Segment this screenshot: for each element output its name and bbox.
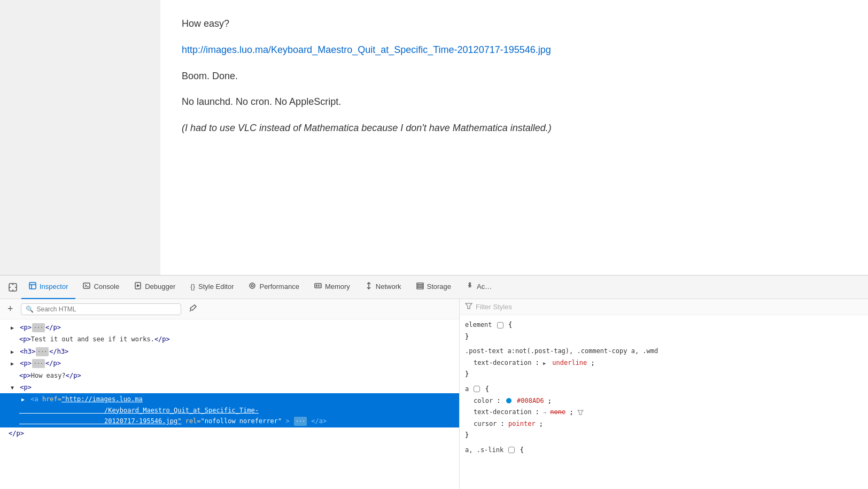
svg-line-26 bbox=[190, 310, 191, 311]
eyedropper-button[interactable] bbox=[185, 302, 200, 317]
tab-console[interactable]: Console bbox=[75, 276, 127, 299]
search-html-container: 🔍 bbox=[21, 303, 181, 315]
color-swatch[interactable] bbox=[506, 398, 511, 403]
tab-accessibility-label: Ac… bbox=[477, 282, 492, 291]
style-editor-icon: {} bbox=[190, 282, 195, 291]
sidebar-left bbox=[0, 0, 160, 275]
gear-icon-a bbox=[474, 386, 480, 392]
paragraph-3: Boom. Done. bbox=[182, 68, 847, 84]
inspector-icon bbox=[29, 282, 36, 291]
devtools-tabs: Inspector Console bbox=[21, 276, 499, 299]
html-tree: ▶ <p>···</p> <p>Test it out and see if i… bbox=[0, 319, 459, 489]
console-icon bbox=[83, 282, 90, 291]
storage-icon bbox=[416, 282, 424, 291]
css-selector: element { bbox=[465, 319, 863, 331]
css-rule-s-link: a, .s-link { bbox=[465, 445, 863, 456]
tab-style-editor-label: Style Editor bbox=[198, 282, 234, 291]
add-element-button[interactable]: + bbox=[4, 301, 17, 317]
paragraph-4: No launchd. No cron. No AppleScript. bbox=[182, 94, 847, 110]
tab-inspector-label: Inspector bbox=[40, 282, 68, 291]
filter-property-icon bbox=[577, 408, 584, 416]
triangle-icon: ▶ bbox=[543, 359, 548, 368]
tree-row[interactable]: </p> bbox=[0, 427, 459, 439]
arrow-right-icon: → bbox=[543, 409, 546, 415]
svg-point-11 bbox=[250, 283, 255, 288]
gear-icon-s-link bbox=[508, 447, 515, 453]
tab-style-editor[interactable]: {} Style Editor bbox=[183, 276, 241, 299]
svg-marker-27 bbox=[466, 303, 472, 309]
filter-styles-container: Filter Styles bbox=[465, 302, 512, 311]
tab-memory[interactable]: Memory bbox=[307, 276, 358, 299]
tab-performance[interactable]: Performance bbox=[241, 276, 306, 299]
html-toolbar: + 🔍 bbox=[0, 299, 459, 319]
css-rule-a: a { color : #008AD6 ; text-decoration bbox=[465, 384, 863, 441]
devtools-toolbar: Inspector Console bbox=[0, 276, 868, 299]
paragraph-2: http://images.luo.ma/Keyboard_Maestro_Qu… bbox=[182, 42, 847, 58]
search-html-input[interactable] bbox=[37, 305, 176, 313]
content-link[interactable]: http://images.luo.ma/Keyboard_Maestro_Qu… bbox=[182, 44, 551, 55]
svg-marker-28 bbox=[578, 410, 583, 415]
accessibility-icon bbox=[466, 282, 474, 291]
svg-rect-15 bbox=[316, 285, 317, 287]
styles-panel: Filter Styles element { } .post-text bbox=[460, 299, 868, 489]
tab-debugger-label: Debugger bbox=[145, 282, 175, 291]
paragraph-5: (I had to use VLC instead of Mathematica… bbox=[182, 120, 847, 136]
expand-triangle[interactable]: ▶ bbox=[9, 359, 16, 368]
svg-rect-21 bbox=[417, 287, 423, 289]
styles-toolbar: Filter Styles bbox=[460, 299, 868, 315]
svg-rect-19 bbox=[417, 283, 423, 285]
css-rule-element: element { } bbox=[465, 319, 863, 342]
tab-storage[interactable]: Storage bbox=[409, 276, 459, 299]
expand-triangle[interactable]: ▼ bbox=[9, 383, 16, 392]
tree-row[interactable]: ▶ <h3>···</h3> bbox=[0, 346, 459, 357]
tab-network[interactable]: Network bbox=[358, 276, 409, 299]
content-area: How easy? http://images.luo.ma/Keyboard_… bbox=[0, 0, 868, 275]
css-rule-post-text: .post-text a:not(.post-tag), .comment-co… bbox=[465, 346, 863, 380]
filter-icon bbox=[465, 302, 472, 311]
tab-debugger[interactable]: Debugger bbox=[127, 276, 183, 299]
tree-row[interactable]: ▼ <p> bbox=[0, 381, 459, 393]
tree-row[interactable]: ▶ <p>···</p> bbox=[0, 322, 459, 333]
network-icon bbox=[365, 282, 373, 291]
devtools-body: + 🔍 ▶ <p>···</p> bbox=[0, 299, 868, 489]
filter-styles-label: Filter Styles bbox=[476, 303, 512, 311]
tab-performance-label: Performance bbox=[259, 282, 299, 291]
svg-point-12 bbox=[251, 285, 253, 287]
svg-rect-17 bbox=[320, 285, 320, 287]
tree-row[interactable]: ▶ <p>···</p> bbox=[0, 357, 459, 369]
tab-memory-label: Memory bbox=[325, 282, 350, 291]
debugger-icon bbox=[134, 282, 142, 291]
tab-accessibility[interactable]: Ac… bbox=[459, 276, 499, 299]
performance-icon bbox=[249, 282, 256, 291]
gear-icon bbox=[497, 322, 503, 328]
svg-rect-16 bbox=[317, 285, 319, 287]
svg-point-22 bbox=[469, 283, 471, 285]
svg-rect-20 bbox=[417, 285, 423, 287]
devtools-pick-element-button[interactable] bbox=[4, 279, 21, 296]
svg-rect-5 bbox=[29, 282, 36, 289]
tree-row[interactable]: <p>How easy?</p> bbox=[0, 370, 459, 381]
tab-network-label: Network bbox=[376, 282, 401, 291]
tab-inspector[interactable]: Inspector bbox=[21, 276, 75, 299]
styles-content: element { } .post-text a:not(.post-tag),… bbox=[460, 315, 868, 489]
expand-triangle[interactable]: ▶ bbox=[9, 323, 16, 332]
tree-row-selected[interactable]: ▶ <a href="http://images.luo.ma /Keyboar… bbox=[0, 393, 459, 427]
expand-triangle[interactable]: ▶ bbox=[19, 395, 27, 404]
expand-triangle[interactable]: ▶ bbox=[9, 347, 16, 356]
search-icon: 🔍 bbox=[26, 305, 34, 313]
html-panel: + 🔍 ▶ <p>···</p> bbox=[0, 299, 460, 489]
tab-console-label: Console bbox=[94, 282, 119, 291]
main-content: How easy? http://images.luo.ma/Keyboard_… bbox=[160, 0, 868, 275]
devtools-panel: Inspector Console bbox=[0, 275, 868, 489]
memory-icon bbox=[314, 282, 322, 291]
tab-storage-label: Storage bbox=[427, 282, 452, 291]
paragraph-1: How easy? bbox=[182, 16, 847, 32]
css-selector-2: .post-text a:not(.post-tag), .comment-co… bbox=[465, 346, 863, 357]
tree-row[interactable]: <p>Test it out and see if it works.</p> bbox=[0, 333, 459, 345]
